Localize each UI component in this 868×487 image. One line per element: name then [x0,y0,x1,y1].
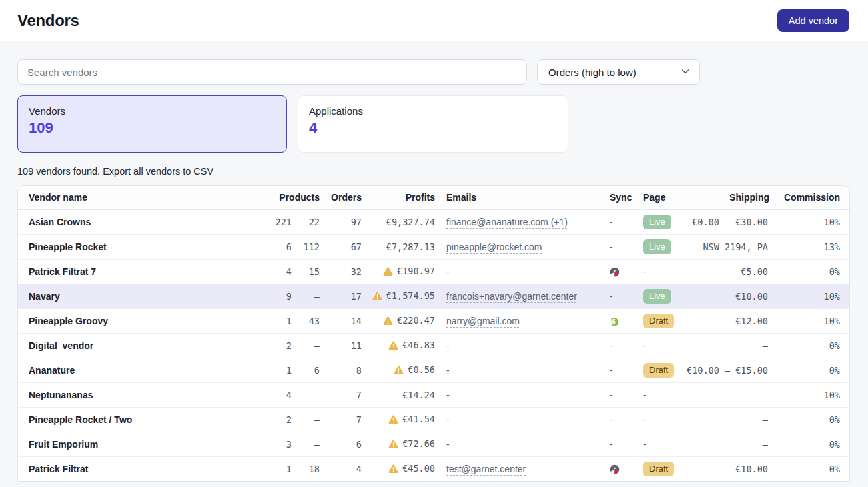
page-empty: - [643,414,646,425]
email-link[interactable]: pineapple@rocket.com [446,241,542,252]
table-row[interactable]: Patrick Filtrat 1 18 4 €45.00 test@garne… [18,456,850,481]
vendor-name: Patrick Filtrat 7 [18,259,275,284]
profit-cell: €46.83 [362,333,435,358]
search-input[interactable] [17,59,527,85]
sync-empty: - [610,217,613,227]
email-cell: - [435,407,598,432]
profit-cell: €41.54 [362,407,435,432]
profit-value: €220.47 [397,315,435,326]
profit-value: €46.83 [402,340,435,350]
page-cell: Draft [632,456,683,481]
profit-value: €0.56 [408,364,435,375]
page-cell: - [632,407,683,432]
email-cell: - [435,259,598,284]
commission-cell: 10% [769,382,850,407]
orders-count: 97 [320,209,362,234]
col-header-page: Page [632,186,683,209]
table-row[interactable]: Patrick Filtrat 7 4 15 32 €190.97 - - €5… [18,259,850,284]
shipping-cell: – [683,432,769,456]
page-cell: - [632,432,683,456]
table-row[interactable]: Pineapple Rocket / Two 2 – 7 €41.54 - - … [18,407,850,432]
email-link[interactable]: francois+navary@garnet.center [446,291,577,302]
table-row[interactable]: Digital_vendor 2 – 11 €46.83 - - - – 0% [18,333,850,358]
table-row[interactable]: Asian Crowns 221 22 97 €9,327.74 finance… [18,209,850,234]
shipping-cell: €5.00 [683,259,769,284]
controls-row: Orders (high to low) [17,59,850,85]
tab-vendors[interactable]: Vendors 109 [17,95,287,153]
sync-empty: - [610,291,613,302]
table-row[interactable]: Fruit Emporium 3 – 6 €72.66 - - - – 0% [18,432,850,456]
table-row[interactable]: Pineapple Groovy 1 43 14 €220.47 narry@g… [18,308,850,333]
email-link[interactable]: finance@ananature.com (+1) [446,217,568,227]
vendor-name: Ananature [18,358,275,382]
vendor-name: Patrick Filtrat [18,456,275,481]
commission-cell: 0% [769,358,850,382]
col-header-orders: Orders [320,186,362,209]
products-count: 3 [275,432,292,456]
page-empty: - [643,390,646,400]
email-cell: narry@gmail.com [435,308,598,333]
export-csv-link[interactable]: Export all vendors to CSV [103,166,213,177]
products-secondary-count: 18 [292,456,320,481]
sync-cell: - [598,432,632,456]
profit-value: €41.54 [402,414,435,424]
products-count: 2 [275,333,292,358]
products-count: 9 [275,284,292,308]
products-secondary-count: 15 [292,259,320,284]
email-cell: - [435,358,598,382]
profit-value: €45.00 [402,463,435,474]
warning-icon [394,366,404,376]
products-secondary-count: – [292,284,320,308]
shipping-cell: – [683,333,769,358]
commission-cell: 10% [769,209,850,234]
products-count: 221 [275,209,292,234]
profit-cell: €14.24 [362,382,435,407]
main-content: Orders (high to low) Vendors 109 Applica… [0,41,868,482]
tab-vendors-label: Vendors [29,105,276,117]
products-secondary-count: 43 [292,308,320,333]
col-header-products: Products [275,186,320,209]
page-cell: - [632,259,683,284]
email-link[interactable]: test@garnet.center [446,464,526,474]
vendor-name: Fruit Emporium [18,432,275,456]
table-row[interactable]: Neptunananas 4 – 7 €14.24 - - - – 10% [18,382,850,407]
warning-icon [388,415,398,426]
email-link: - [446,390,450,400]
page-cell: - [632,382,683,407]
page-status-badge: Live [643,239,671,254]
page-empty: - [643,340,646,351]
sync-cell: - [598,333,632,358]
sync-empty: - [610,390,613,400]
sort-select[interactable]: Orders (high to low) [537,59,700,85]
vendor-name: Navary [18,284,275,308]
sync-empty: - [610,241,613,252]
warning-icon [388,440,398,450]
orders-count: 17 [320,284,362,308]
tab-applications[interactable]: Applications 4 [298,95,568,153]
vendor-table: Vendor name Products Orders Profits Emai… [17,185,850,482]
tab-applications-label: Applications [309,105,557,117]
tab-vendors-count: 109 [29,119,276,137]
commission-cell: 10% [769,284,850,308]
shipping-cell: – [683,407,769,432]
shipping-cell: €0.00 – €30.00 [683,209,769,234]
profit-value: €7,287.13 [386,241,435,252]
profit-cell: €45.00 [362,456,435,481]
email-link[interactable]: narry@gmail.com [446,316,520,326]
sync-empty: - [610,340,613,351]
add-vendor-button[interactable]: Add vendor [777,9,849,32]
products-count: 1 [275,358,292,382]
page-cell: Draft [632,308,683,333]
sync-cell: - [598,234,632,259]
profit-cell: €7,287.13 [362,234,435,259]
profit-value: €9,327.74 [386,217,435,227]
email-link: - [446,340,450,351]
sync-cell: S [598,308,632,333]
products-secondary-count: 6 [292,358,320,382]
products-secondary-count: 112 [292,234,320,259]
orders-count: 8 [320,358,362,382]
table-row[interactable]: Pineapple Rocket 6 112 67 €7,287.13 pine… [18,234,850,259]
table-row[interactable]: Ananature 1 6 8 €0.56 - - Draft €10.00 –… [18,358,850,382]
profit-cell: €1,574.95 [362,284,435,308]
table-row[interactable]: Navary 9 – 17 €1,574.95 francois+navary@… [18,284,850,308]
